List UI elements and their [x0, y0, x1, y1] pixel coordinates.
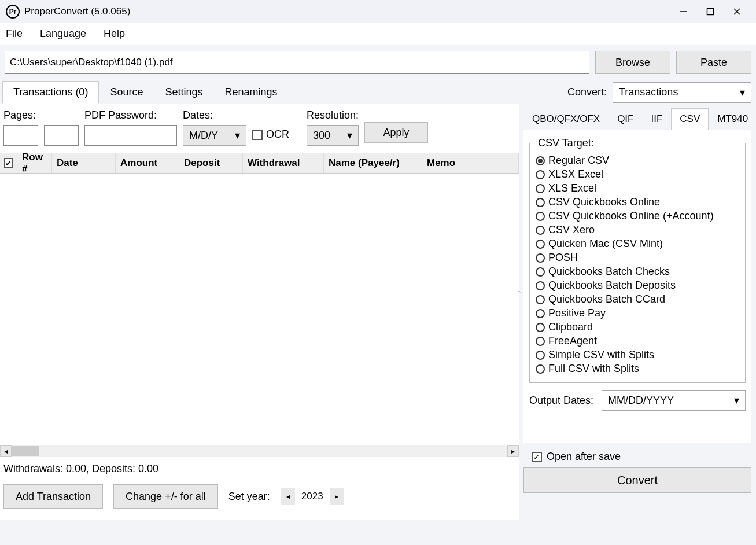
- radio-icon[interactable]: [536, 337, 545, 346]
- radio-icon[interactable]: [536, 184, 545, 193]
- radio-icon[interactable]: [536, 309, 545, 318]
- csv-target-label: FreeAgent: [548, 335, 597, 347]
- select-all-checkbox[interactable]: [4, 158, 13, 168]
- format-tab-iif[interactable]: IIF: [642, 108, 671, 130]
- ocr-control: OCR: [252, 123, 289, 146]
- scroll-right-arrow[interactable]: ▸: [507, 445, 519, 457]
- csv-target-label: Full CSV with Splits: [548, 363, 639, 375]
- format-tab-csv[interactable]: CSV: [671, 108, 709, 130]
- csv-target-option[interactable]: Clipboard: [536, 321, 739, 333]
- csv-target-option[interactable]: Quickbooks Batch Deposits: [536, 279, 739, 292]
- csv-target-option[interactable]: XLS Excel: [536, 182, 739, 194]
- radio-icon[interactable]: [536, 212, 545, 221]
- dates-select[interactable]: M/D/Y ▾: [183, 125, 246, 146]
- output-dates-row: Output Dates: MM/DD/YYYY ▾: [529, 390, 746, 411]
- maximize-button[interactable]: [697, 2, 724, 21]
- radio-icon[interactable]: [536, 295, 545, 304]
- col-row[interactable]: Row #: [17, 153, 52, 173]
- convert-select[interactable]: Transactions ▾: [613, 82, 751, 103]
- csv-target-option[interactable]: Full CSV with Splits: [536, 363, 739, 375]
- add-transaction-button[interactable]: Add Transaction: [3, 484, 103, 509]
- radio-icon[interactable]: [536, 267, 545, 277]
- output-dates-value: MM/DD/YYYY: [608, 395, 674, 407]
- ocr-checkbox[interactable]: [252, 130, 263, 140]
- year-increase[interactable]: ▸: [330, 488, 344, 505]
- csv-target-option[interactable]: Simple CSV with Splits: [536, 349, 739, 361]
- radio-icon[interactable]: [536, 156, 545, 165]
- tab-source[interactable]: Source: [99, 81, 154, 104]
- col-deposit[interactable]: Deposit: [179, 153, 243, 173]
- radio-icon[interactable]: [536, 323, 545, 332]
- table-header: Row # Date Amount Deposit Withdrawal Nam…: [0, 153, 519, 174]
- paste-button[interactable]: Paste: [676, 51, 751, 74]
- menu-help[interactable]: Help: [104, 28, 125, 40]
- file-path-input[interactable]: [5, 51, 589, 74]
- col-withdrawal[interactable]: Withdrawal: [243, 153, 324, 173]
- radio-icon[interactable]: [536, 281, 545, 290]
- csv-target-option[interactable]: Regular CSV: [536, 154, 739, 167]
- col-amount[interactable]: Amount: [116, 153, 179, 173]
- csv-target-label: Quickbooks Batch Checks: [548, 266, 670, 278]
- chevron-down-icon: ▾: [734, 394, 739, 407]
- menu-language[interactable]: Language: [40, 28, 86, 40]
- pages-from-input[interactable]: [3, 125, 38, 146]
- year-decrease[interactable]: ◂: [281, 488, 295, 505]
- browse-button[interactable]: Browse: [595, 51, 670, 74]
- menu-file[interactable]: File: [6, 28, 23, 40]
- tab-transactions[interactable]: Transactions (0): [2, 81, 99, 104]
- convert-button[interactable]: Convert: [523, 467, 751, 493]
- csv-target-label: XLS Excel: [548, 182, 596, 194]
- horizontal-scrollbar[interactable]: ◂ ▸: [0, 445, 519, 457]
- csv-target-option[interactable]: CSV Quickbooks Online: [536, 196, 739, 208]
- output-dates-select[interactable]: MM/DD/YYYY ▾: [602, 390, 746, 411]
- apply-button[interactable]: Apply: [364, 122, 428, 143]
- change-sign-button[interactable]: Change +/- for all: [113, 484, 218, 509]
- format-tab-qif[interactable]: QIF: [609, 108, 642, 130]
- tab-renamings[interactable]: Renamings: [213, 81, 288, 104]
- radio-icon[interactable]: [536, 198, 545, 207]
- right-panel: QBO/QFX/OFX QIF IIF CSV MT940 CSV Target…: [519, 104, 756, 520]
- minimize-button[interactable]: [670, 2, 697, 21]
- col-memo[interactable]: Memo: [422, 153, 519, 173]
- pdf-password-input[interactable]: [84, 125, 177, 146]
- csv-target-option[interactable]: Quickbooks Batch CCard: [536, 293, 739, 305]
- csv-target-option[interactable]: FreeAgent: [536, 335, 739, 347]
- resolution-select-value: 300: [313, 130, 330, 142]
- year-spinner[interactable]: ◂ 2023 ▸: [281, 488, 344, 505]
- csv-target-label: Quicken Mac (CSV Mint): [548, 238, 663, 250]
- csv-target-label: CSV Quickbooks Online: [548, 196, 660, 208]
- csv-panel: CSV Target: Regular CSVXLSX ExcelXLS Exc…: [523, 130, 751, 443]
- resolution-select[interactable]: 300 ▾: [307, 125, 359, 146]
- open-after-save-checkbox[interactable]: [532, 452, 542, 462]
- window-title: ProperConvert (5.0.065): [24, 6, 130, 17]
- col-name[interactable]: Name (Payee/r): [324, 153, 422, 173]
- radio-icon[interactable]: [536, 170, 545, 179]
- csv-target-option[interactable]: CSV Quickbooks Online (+Account): [536, 210, 739, 222]
- csv-target-option[interactable]: Positive Pay: [536, 307, 739, 319]
- radio-icon[interactable]: [536, 364, 545, 374]
- splitter-handle-icon[interactable]: ○: [517, 289, 522, 298]
- format-tab-qbo[interactable]: QBO/QFX/OFX: [523, 108, 609, 130]
- csv-target-option[interactable]: Quickbooks Batch Checks: [536, 266, 739, 278]
- tab-settings[interactable]: Settings: [154, 81, 213, 104]
- csv-target-option[interactable]: CSV Xero: [536, 224, 739, 236]
- close-button[interactable]: [724, 2, 750, 21]
- table-body[interactable]: [0, 174, 519, 445]
- csv-target-label: XLSX Excel: [548, 168, 603, 181]
- scroll-thumb[interactable]: [12, 446, 39, 456]
- col-date[interactable]: Date: [52, 153, 116, 173]
- radio-icon[interactable]: [536, 351, 545, 360]
- csv-target-option[interactable]: XLSX Excel: [536, 168, 739, 181]
- scroll-left-arrow[interactable]: ◂: [0, 445, 12, 457]
- output-format-tabs: QBO/QFX/OFX QIF IIF CSV MT940: [523, 108, 751, 130]
- csv-target-option[interactable]: Quicken Mac (CSV Mint): [536, 238, 739, 250]
- pages-to-input[interactable]: [44, 125, 79, 146]
- radio-icon[interactable]: [536, 240, 545, 249]
- radio-icon[interactable]: [536, 253, 545, 263]
- csv-target-option[interactable]: POSH: [536, 252, 739, 264]
- format-tab-mt940[interactable]: MT940: [709, 108, 756, 130]
- totals-summary: Withdrawals: 0.00, Deposits: 0.00: [0, 457, 519, 481]
- select-all-header[interactable]: [0, 153, 17, 173]
- radio-icon[interactable]: [536, 226, 545, 235]
- file-toolbar: Browse Paste: [0, 45, 756, 78]
